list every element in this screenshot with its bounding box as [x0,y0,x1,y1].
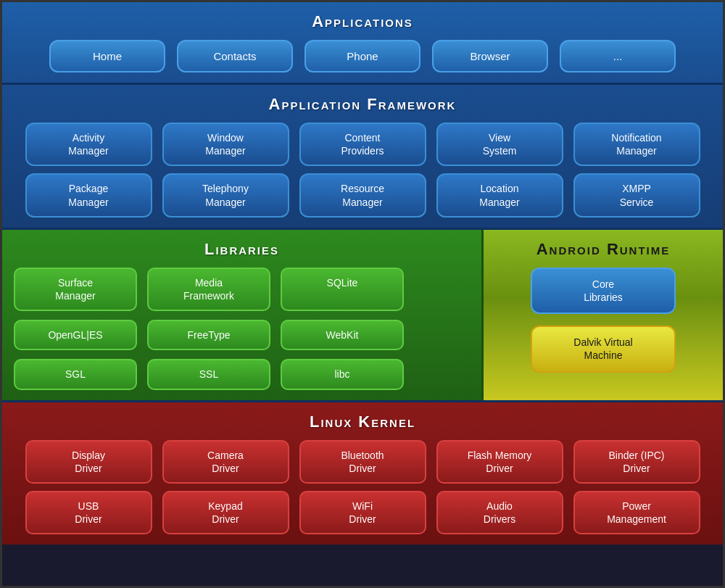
kernel-btn-bluetooth-driver[interactable]: BluetoothDriver [299,440,426,484]
runtime-btn-dalvik-vm[interactable]: Dalvik VirtualMachine [531,326,676,372]
fw-btn-resource-manager[interactable]: ResourceManager [299,173,426,217]
lib-row1: SurfaceManager MediaFramework SQLite [14,268,470,311]
kernel-btn-keypad-driver[interactable]: KeypadDriver [162,491,289,534]
kernel-btn-display-driver[interactable]: DisplayDriver [25,440,152,484]
android-runtime-title: Android Runtime [536,240,671,259]
lib-row3: SGL SSL libc [14,359,470,389]
lib-btn-webkit[interactable]: WebKit [281,320,404,350]
lib-btn-freetype[interactable]: FreeType [147,320,270,350]
fw-btn-notification-manager[interactable]: NotificationManager [573,123,700,166]
app-btn-phone[interactable]: Phone [304,40,420,73]
app-btn-contacts[interactable]: Contacts [177,40,293,73]
kernel-btn-camera-driver[interactable]: CameraDriver [162,440,289,484]
applications-row: Home Contacts Phone Browser ... [17,40,708,73]
lib-btn-sgl[interactable]: SGL [14,359,137,389]
kernel-btn-wifi-driver[interactable]: WiFiDriver [299,491,426,534]
fw-btn-location-manager[interactable]: LocationManager [436,173,563,217]
kernel-row2: USBDriver KeypadDriver WiFiDriver AudioD… [17,491,708,534]
lib-btn-sqlite[interactable]: SQLite [281,268,404,311]
kernel-btn-binder-driver[interactable]: Binder (IPC)Driver [573,440,700,484]
lib-btn-libc[interactable]: libc [281,359,404,389]
android-runtime-section: Android Runtime CoreLibraries Dalvik Vir… [484,230,723,400]
app-btn-browser[interactable]: Browser [432,40,548,73]
middle-section: Libraries SurfaceManager MediaFramework … [2,230,723,402]
lib-btn-surface-manager[interactable]: SurfaceManager [14,268,137,311]
lib-btn-ssl[interactable]: SSL [147,359,270,389]
framework-section: Application Framework ActivityManager Wi… [2,85,723,230]
lib-btn-media-framework[interactable]: MediaFramework [147,268,270,311]
kernel-btn-usb-driver[interactable]: USBDriver [25,491,152,534]
fw-btn-view-system[interactable]: ViewSystem [436,123,563,166]
main-container: Applications Home Contacts Phone Browser… [0,0,725,588]
fw-btn-content-providers[interactable]: ContentProviders [299,123,426,166]
libraries-section: Libraries SurfaceManager MediaFramework … [2,230,484,400]
runtime-btn-core-libraries[interactable]: CoreLibraries [531,268,676,314]
fw-btn-xmpp-service[interactable]: XMPPService [573,173,700,217]
fw-btn-telephony-manager[interactable]: TelephonyManager [162,173,289,217]
kernel-title: Linux Kernel [17,413,708,431]
lib-btn-opengl[interactable]: OpenGL|ES [14,320,137,350]
framework-row2: PackageManager TelephonyManager Resource… [17,173,708,217]
app-btn-home[interactable]: Home [49,40,165,73]
kernel-row1: DisplayDriver CameraDriver BluetoothDriv… [17,440,708,484]
kernel-btn-flash-memory-driver[interactable]: Flash MemoryDriver [436,440,563,484]
kernel-btn-power-management[interactable]: PowerManagement [573,491,700,534]
lib-row2: OpenGL|ES FreeType WebKit [14,320,470,350]
kernel-section: Linux Kernel DisplayDriver CameraDriver … [2,402,723,545]
applications-title: Applications [17,12,708,31]
fw-btn-window-manager[interactable]: WindowManager [162,123,289,166]
fw-btn-package-manager[interactable]: PackageManager [25,173,152,217]
app-btn-more[interactable]: ... [560,40,676,73]
fw-btn-activity-manager[interactable]: ActivityManager [25,123,152,166]
kernel-btn-audio-drivers[interactable]: AudioDrivers [436,491,563,534]
libraries-title: Libraries [14,240,470,259]
applications-section: Applications Home Contacts Phone Browser… [2,2,723,85]
framework-title: Application Framework [17,95,708,114]
framework-row1: ActivityManager WindowManager ContentPro… [17,123,708,166]
